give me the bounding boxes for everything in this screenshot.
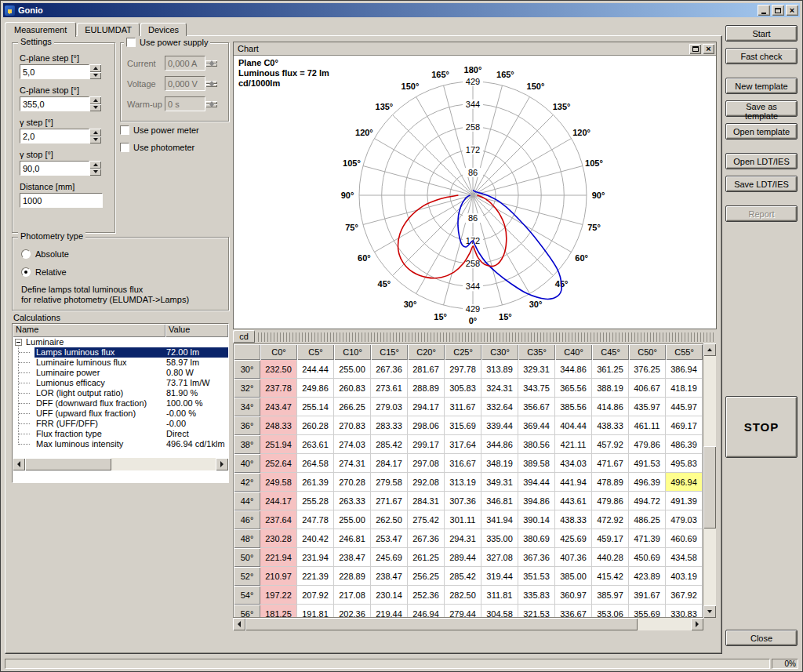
table-cell[interactable]: 282.50 — [445, 586, 481, 605]
minimize-button[interactable] — [758, 5, 770, 16]
table-cell[interactable]: 217.08 — [334, 586, 371, 605]
spin-down-button[interactable] — [89, 136, 101, 144]
table-cell[interactable]: 391.67 — [629, 586, 666, 605]
table-cell[interactable]: 249.58 — [260, 473, 297, 492]
calc-item-lor-light-output-ratio[interactable]: LOR (light output ratio)81.90 % — [13, 388, 228, 398]
table-cell[interactable]: 294.31 — [445, 529, 481, 548]
table-cell[interactable]: 495.83 — [666, 454, 703, 473]
table-cell[interactable]: 390.14 — [518, 510, 555, 529]
scroll-right-button[interactable] — [216, 458, 228, 470]
table-cell[interactable]: 441.94 — [555, 473, 592, 492]
column-header[interactable]: C5° — [297, 344, 334, 360]
table-cell[interactable]: 380.69 — [518, 529, 555, 548]
stop-button[interactable]: STOP — [725, 396, 798, 458]
tab-eulumdat[interactable]: EULUMDAT — [77, 23, 140, 36]
table-cell[interactable]: 245.69 — [371, 548, 408, 567]
table-cell[interactable]: 275.42 — [408, 510, 445, 529]
table-cell[interactable]: 317.64 — [445, 435, 481, 454]
table-cell[interactable]: 202.36 — [334, 605, 371, 618]
table-cell[interactable]: 247.78 — [297, 510, 334, 529]
row-header[interactable]: 54° — [234, 586, 260, 605]
table-cell[interactable]: 297.78 — [445, 360, 481, 379]
c-plane-stop-input[interactable] — [20, 96, 89, 111]
table-cell[interactable]: 478.89 — [592, 473, 629, 492]
relative-radio[interactable]: Relative — [21, 267, 67, 277]
table-cell[interactable]: 279.44 — [445, 605, 481, 618]
table-cell[interactable]: 207.92 — [297, 586, 334, 605]
table-cell[interactable]: 353.06 — [592, 605, 629, 618]
calc-root-luminaire[interactable]: Luminaire — [13, 337, 228, 347]
table-cell[interactable]: 283.33 — [371, 416, 408, 435]
table-cell[interactable]: 273.61 — [371, 379, 408, 398]
table-cell[interactable]: 341.94 — [481, 510, 518, 529]
table-cell[interactable]: 415.42 — [592, 567, 629, 586]
maximize-button[interactable] — [772, 5, 784, 16]
table-hscrollbar[interactable] — [233, 618, 703, 630]
table-cell[interactable]: 252.64 — [260, 454, 297, 473]
use-power-meter-checkbox[interactable]: Use power meter — [120, 125, 199, 135]
table-cell[interactable]: 228.89 — [334, 567, 371, 586]
table-vscrollbar[interactable] — [703, 343, 716, 618]
table-cell[interactable]: 281.67 — [408, 360, 445, 379]
table-cell[interactable]: 332.64 — [481, 398, 518, 416]
table-cell[interactable]: 380.56 — [518, 435, 555, 454]
calc-item-uff-upward-flux-fraction[interactable]: UFF (upward flux fraction)-0.00 % — [13, 409, 228, 419]
table-cell[interactable]: 301.11 — [445, 510, 481, 529]
fast-check-button[interactable]: Fast check — [725, 48, 798, 64]
table-cell[interactable]: 243.47 — [260, 398, 297, 416]
open-template-button[interactable]: Open template — [725, 123, 798, 140]
table-cell[interactable]: 443.61 — [555, 492, 592, 510]
close-button[interactable]: Close — [725, 630, 798, 646]
absolute-radio[interactable]: Absolute — [21, 249, 69, 259]
calc-item-lamps-luminous-flux[interactable]: Lamps luminous flux72.00 lm — [13, 347, 228, 358]
table-cell[interactable]: 367.36 — [518, 548, 555, 567]
table-cell[interactable]: 210.97 — [260, 567, 297, 586]
scroll-right-button[interactable] — [691, 618, 703, 630]
table-cell[interactable]: 425.69 — [555, 529, 592, 548]
table-cell[interactable]: 406.67 — [629, 379, 666, 398]
calc-item-luminaire-power[interactable]: Luminaire power0.80 W — [13, 368, 228, 378]
table-cell[interactable]: 394.86 — [518, 492, 555, 510]
table-cell[interactable]: 438.33 — [592, 416, 629, 435]
table-cell[interactable]: 367.92 — [666, 586, 703, 605]
table-cell[interactable]: 246.94 — [408, 605, 445, 618]
table-cell[interactable]: 285.42 — [371, 435, 408, 454]
table-cell[interactable]: 407.36 — [555, 548, 592, 567]
table-cell[interactable]: 385.56 — [555, 398, 592, 416]
scrollbar-thumb[interactable] — [703, 446, 716, 529]
tab-measurement[interactable]: Measurement — [5, 22, 76, 37]
collapse-icon[interactable] — [15, 339, 22, 346]
table-cell[interactable]: 307.36 — [445, 492, 481, 510]
table-cell[interactable]: 486.25 — [629, 510, 666, 529]
open-ldt-ies-button[interactable]: Open LDT/IES — [725, 153, 798, 169]
table-cell[interactable]: 460.69 — [666, 529, 703, 548]
calculations-hscrollbar[interactable] — [13, 458, 228, 470]
table-cell[interactable]: 457.92 — [592, 435, 629, 454]
table-cell[interactable]: 351.53 — [518, 567, 555, 586]
row-header[interactable]: 50° — [234, 548, 260, 567]
table-cell[interactable]: 394.44 — [518, 473, 555, 492]
calc-item-flux-fraction-type[interactable]: Flux fraction typeDirect — [13, 429, 228, 439]
table-cell[interactable]: 262.50 — [371, 510, 408, 529]
table-cell[interactable]: 256.25 — [408, 567, 445, 586]
spin-up-button[interactable] — [89, 129, 101, 136]
table-cell[interactable]: 304.58 — [481, 605, 518, 618]
table-cell[interactable]: 266.25 — [334, 398, 371, 416]
table-cell[interactable]: 386.94 — [666, 360, 703, 379]
table-cell[interactable]: 376.25 — [629, 360, 666, 379]
table-cell[interactable]: 311.81 — [481, 586, 518, 605]
table-cell[interactable]: 279.58 — [371, 473, 408, 492]
table-cell[interactable]: 221.39 — [297, 567, 334, 586]
table-cell[interactable]: 270.83 — [334, 416, 371, 435]
table-cell[interactable]: 438.33 — [555, 510, 592, 529]
table-cell[interactable]: 335.00 — [481, 529, 518, 548]
c-plane-step-input[interactable] — [20, 64, 89, 79]
spin-down-button[interactable] — [89, 72, 101, 80]
table-cell[interactable]: 388.19 — [592, 379, 629, 398]
table-cell[interactable]: 349.31 — [481, 473, 518, 492]
table-cell[interactable]: 365.56 — [555, 379, 592, 398]
table-cell[interactable]: 264.58 — [297, 454, 334, 473]
table-cell[interactable]: 240.42 — [297, 529, 334, 548]
table-cell[interactable]: 238.47 — [334, 548, 371, 567]
column-header[interactable]: C50° — [629, 344, 666, 360]
